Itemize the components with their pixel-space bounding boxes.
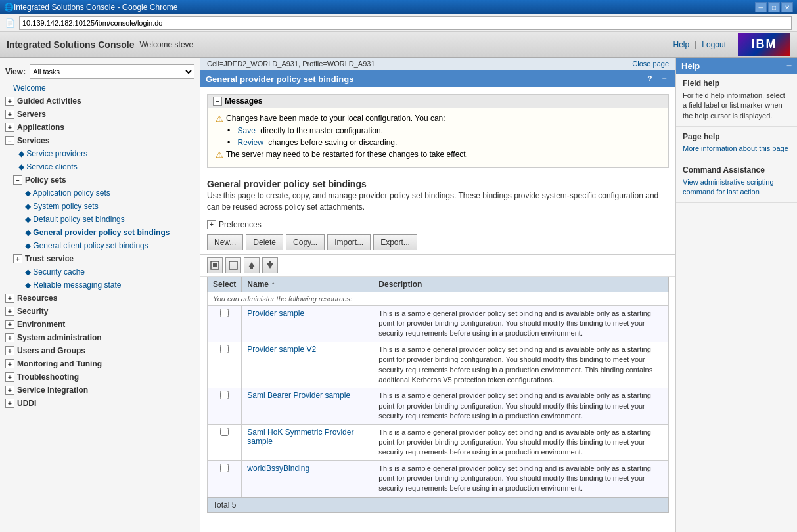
sidebar-item-users-and-groups[interactable]: + Users and Groups: [0, 344, 200, 357]
bullet: •: [227, 138, 230, 147]
select-checkbox-4[interactable]: [220, 428, 229, 436]
move-up-button[interactable]: [244, 257, 260, 273]
sidebar-item-service-integration[interactable]: + Service integration: [0, 384, 200, 397]
desc-cell-4: This is a sample general provider policy…: [373, 424, 669, 460]
minimize-icon[interactable]: −: [658, 73, 670, 85]
sidebar-item-services[interactable]: − Services: [0, 134, 200, 147]
message-text-4: The server may need to be restarted for …: [226, 150, 468, 159]
sidebar-item-default-policy-set-bindings[interactable]: ◆ Default policy set bindings: [0, 213, 200, 226]
sidebar-item-reliable-messaging-state[interactable]: ◆ Reliable messaging state: [0, 278, 200, 292]
select-cell-3: [208, 388, 242, 424]
new-button[interactable]: New...: [207, 234, 243, 250]
svg-marker-3: [248, 262, 255, 267]
sidebar-item-service-providers[interactable]: ◆ Service providers: [0, 147, 200, 160]
select-cell-2: [208, 342, 242, 388]
deselect-all-button[interactable]: [225, 257, 241, 273]
delete-button[interactable]: Delete: [246, 234, 283, 250]
copy-button[interactable]: Copy...: [286, 234, 325, 250]
sidebar-item-applications[interactable]: + Applications: [0, 121, 200, 134]
name-cell-2: Provider sample V2: [242, 342, 373, 388]
expand-icon: +: [5, 399, 14, 408]
view-select[interactable]: All tasks: [30, 64, 194, 79]
logout-link[interactable]: Logout: [702, 40, 726, 49]
messages-title: Messages: [225, 97, 262, 106]
sidebar-item-uddi[interactable]: + UDDI: [0, 397, 200, 410]
review-link[interactable]: Review: [238, 138, 263, 147]
sidebar-item-troubleshooting[interactable]: + Troubleshooting: [0, 370, 200, 384]
provider-sample-link[interactable]: Provider sample: [247, 309, 304, 318]
select-checkbox-1[interactable]: [220, 309, 229, 317]
close-page-link[interactable]: Close page: [632, 60, 669, 68]
messages-body: ⚠ Changes have been made to your local c…: [208, 108, 668, 167]
sidebar-item-service-clients[interactable]: ◆ Service clients: [0, 160, 200, 173]
sidebar-item-environment[interactable]: + Environment: [0, 318, 200, 331]
select-all-button[interactable]: [207, 257, 223, 273]
sidebar-item-monitoring-and-tuning[interactable]: + Monitoring and Tuning: [0, 357, 200, 370]
select-checkbox-2[interactable]: [220, 345, 229, 353]
sidebar-label: Policy sets: [25, 175, 66, 185]
sidebar-item-guided-activities[interactable]: + Guided Activities: [0, 95, 200, 108]
message-text-1: Changes have been made to your local con…: [226, 114, 445, 123]
select-checkbox-3[interactable]: [220, 391, 229, 399]
svg-rect-6: [269, 261, 271, 263]
messages-expand-icon[interactable]: −: [213, 97, 222, 106]
expand-icon: −: [13, 175, 22, 185]
help-header: Help −: [676, 58, 797, 74]
field-help-title: Field help: [683, 79, 790, 88]
sidebar-item-security[interactable]: + Security: [0, 305, 200, 318]
provider-sample-v2-link[interactable]: Provider sample V2: [247, 345, 316, 354]
close-button[interactable]: ✕: [781, 2, 793, 12]
name-cell-3: Saml Bearer Provider sample: [242, 388, 373, 424]
select-checkbox-5[interactable]: [220, 464, 229, 472]
cell-info-bar: Cell=JDED2_WORLD_A931, Profile=WORLD_A93…: [200, 58, 675, 70]
window-controls: ─ □ ✕: [755, 2, 793, 12]
help-icon[interactable]: ?: [644, 73, 656, 85]
sidebar-item-general-provider-policy-set-bindings[interactable]: ◆ General provider policy set bindings: [0, 226, 200, 239]
total-text: Total 5: [213, 500, 236, 510]
expand-icon: +: [13, 254, 22, 263]
table-row: Saml HoK Symmetric Provider sample This …: [208, 424, 669, 460]
message-item-3: • Review changes before saving or discar…: [216, 138, 660, 147]
sidebar-label: Users and Groups: [17, 346, 85, 355]
sidebar-item-general-client-policy-set-bindings[interactable]: ◆ General client policy set bindings: [0, 239, 200, 252]
worldbssy-link[interactable]: worldBssyBinding: [247, 464, 309, 473]
sidebar-item-trust-service[interactable]: + Trust service: [0, 252, 200, 265]
help-close-button[interactable]: −: [786, 60, 792, 71]
maximize-button[interactable]: □: [768, 2, 780, 12]
titlebar-text: Integrated Solutions Console - Google Ch…: [14, 3, 177, 12]
saml-bearer-link[interactable]: Saml Bearer Provider sample: [247, 391, 350, 400]
sidebar-item-servers[interactable]: + Servers: [0, 108, 200, 121]
sidebar-item-application-policy-sets[interactable]: ◆ Application policy sets: [0, 187, 200, 200]
messages-box: − Messages ⚠ Changes have been made to y…: [207, 94, 669, 168]
sidebar-item-system-administration[interactable]: + System administration: [0, 331, 200, 344]
import-button[interactable]: Import...: [327, 234, 371, 250]
app-title: Integrated Solutions Console: [7, 39, 134, 50]
save-link[interactable]: Save: [238, 126, 256, 135]
export-button[interactable]: Export...: [373, 234, 417, 250]
col-name[interactable]: Name ↑: [242, 277, 373, 292]
main-layout: View: All tasks Welcome + Guided Activit…: [0, 58, 797, 532]
desc-cell-2: This is a sample general provider policy…: [373, 342, 669, 388]
address-input[interactable]: [19, 16, 792, 30]
sidebar-item-system-policy-sets[interactable]: ◆ System policy sets: [0, 200, 200, 213]
expand-icon: +: [5, 372, 14, 382]
page-title: General provider policy set bindings: [200, 175, 675, 190]
preferences-expand-icon[interactable]: +: [207, 220, 216, 229]
field-help-text: For field help information, select a fie…: [683, 91, 790, 121]
minimize-button[interactable]: ─: [755, 2, 767, 12]
move-down-button[interactable]: [262, 257, 278, 273]
saml-hok-link[interactable]: Saml HoK Symmetric Provider sample: [247, 428, 353, 446]
page-help-link[interactable]: More information about this page: [683, 144, 790, 154]
sidebar-item-policy-sets[interactable]: − Policy sets: [0, 173, 200, 187]
titlebar: 🌐 Integrated Solutions Console - Google …: [0, 0, 797, 14]
sidebar-item-welcome[interactable]: Welcome: [0, 81, 200, 95]
resources-text: You can administer the following resourc…: [208, 292, 669, 305]
help-link[interactable]: Help: [673, 40, 689, 49]
sidebar-label: Security: [17, 307, 48, 316]
sidebar-item-security-cache[interactable]: ◆ Security cache: [0, 265, 200, 278]
command-help-link[interactable]: View administrative scripting command fo…: [683, 177, 790, 198]
name-cell-1: Provider sample: [242, 305, 373, 342]
page-header-bar: General provider policy set bindings ? −: [200, 70, 675, 87]
expand-icon: +: [5, 346, 14, 355]
sidebar-item-resources[interactable]: + Resources: [0, 292, 200, 305]
